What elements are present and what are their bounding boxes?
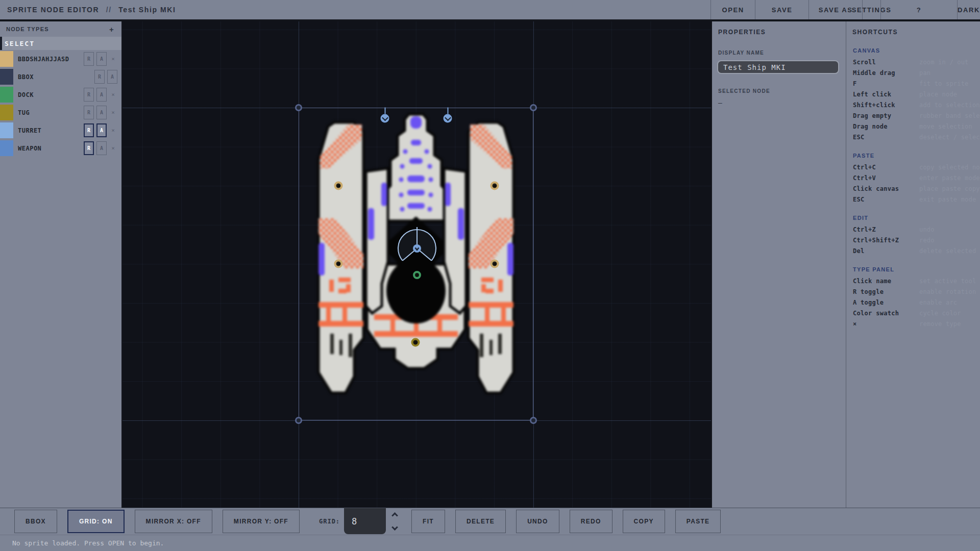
toolbar-button[interactable]: DELETE [455, 510, 506, 533]
node-type-name[interactable]: WEAPON [18, 145, 81, 152]
weapon-stem [447, 108, 448, 114]
selection-handle[interactable] [295, 417, 302, 424]
color-swatch[interactable] [0, 105, 13, 120]
toolbar-button[interactable]: COPY [623, 510, 665, 533]
arc-toggle-button[interactable]: A [107, 70, 117, 84]
topbar-button[interactable]: ? [880, 0, 957, 19]
mount-olive-node[interactable] [411, 338, 420, 347]
shortcut-key: ESC [853, 196, 919, 203]
toolbar-button[interactable]: MIRROR X: OFF [135, 510, 212, 533]
toolbar-button[interactable]: GRID: ON [67, 510, 125, 533]
shortcut-row: Drag empty rubber band select [853, 109, 980, 119]
selection-handle[interactable] [295, 104, 302, 111]
toolbar-button[interactable]: MIRROR Y: OFF [223, 510, 300, 533]
mount-tan-node[interactable] [334, 182, 343, 190]
shortcuts-panel: SHORTCUTS CANVAS Scroll zoom in / out [846, 21, 980, 508]
color-swatch[interactable] [0, 69, 13, 85]
rotation-toggle-button[interactable]: R [84, 88, 94, 102]
shortcut-key: Left click [853, 91, 919, 98]
toolbar-left-buttons: BBOX GRID: ON MIRROR X: OFF MIRROR Y: OF… [14, 510, 310, 533]
shortcut-section-title: TYPE PANEL [853, 266, 980, 272]
rotation-toggle-button[interactable]: R [94, 70, 105, 84]
arc-toggle-button[interactable]: A [96, 141, 107, 155]
color-swatch[interactable] [0, 140, 13, 156]
remove-type-button[interactable]: × [109, 106, 117, 119]
weapon-node[interactable] [444, 114, 452, 123]
app-title-text: SPRITE NODE EDITOR [7, 6, 99, 14]
remove-type-button[interactable]: × [109, 88, 117, 102]
mount-tan-node[interactable] [334, 260, 343, 268]
sidebar-item-select[interactable]: SELECT [0, 37, 121, 50]
toolbar-button[interactable]: PASTE [675, 510, 721, 533]
shortcut-action: enable rotation [919, 288, 976, 295]
arc-toggle-button[interactable]: A [96, 52, 107, 66]
color-swatch[interactable] [0, 87, 13, 103]
node-type-name[interactable]: DOCK [18, 91, 81, 98]
weapon-node[interactable] [381, 114, 389, 123]
shortcut-action: fit to sprite [919, 80, 969, 87]
shortcut-action: move selection [919, 123, 972, 130]
turret-node[interactable] [386, 218, 448, 279]
color-swatch[interactable] [0, 122, 13, 138]
topbar-button[interactable]: OPEN [710, 0, 755, 19]
rotation-toggle-button[interactable]: R [84, 123, 94, 137]
remove-type-button[interactable]: × [109, 141, 117, 155]
shortcut-row: ESC deselect / select none [853, 130, 980, 141]
shortcut-key: Ctrl+Z [853, 226, 919, 233]
weapon-stem [384, 108, 385, 114]
arrow-down-icon [382, 114, 388, 121]
topbar-button[interactable]: SAVE [755, 0, 808, 19]
stepper-up-icon[interactable] [391, 512, 398, 519]
toolbar-button[interactable]: FIT [411, 510, 445, 533]
rotation-toggle-button[interactable]: R [84, 141, 94, 155]
toolbar-button[interactable]: UNDO [516, 510, 559, 533]
rotation-toggle-button[interactable]: R [84, 52, 94, 66]
remove-type-button[interactable]: × [109, 52, 117, 66]
add-node-type-button[interactable]: + [109, 26, 114, 33]
shortcut-section-title: CANVAS [853, 47, 980, 54]
grid-size-input[interactable] [344, 508, 386, 534]
display-name-input[interactable] [717, 60, 839, 74]
shortcut-key: F [853, 80, 919, 87]
dock-node[interactable] [413, 271, 421, 279]
node-type-name[interactable]: TURRET [18, 127, 81, 134]
topbar-button[interactable]: DARK [957, 0, 980, 19]
shortcut-action: cycle color [919, 310, 961, 317]
topbar-button[interactable]: SETTINGS [862, 0, 880, 19]
shortcut-action: delete selected [919, 247, 976, 255]
mount-tan-node[interactable] [491, 260, 499, 268]
shortcut-row: Color swatch cycle color [853, 306, 980, 317]
selection-handle[interactable] [530, 417, 537, 424]
shortcut-row: Drag node move selection [853, 119, 980, 130]
color-swatch[interactable] [0, 51, 13, 67]
shortcut-key: Ctrl+Shift+Z [853, 237, 919, 244]
document-name: Test Ship MKI [118, 6, 176, 14]
sprite-canvas[interactable] [122, 21, 711, 508]
arc-toggle-button[interactable]: A [96, 106, 107, 119]
shortcut-key: Click name [853, 278, 919, 285]
node-type-name[interactable]: BBDSHJAHJJASD [18, 56, 81, 63]
rotation-toggle-button[interactable]: R [84, 106, 94, 119]
mount-tan-node[interactable] [491, 182, 499, 190]
toolbar-button[interactable]: REDO [570, 510, 612, 533]
toolbar-button[interactable]: BBOX [14, 510, 57, 533]
node-type-row: WEAPON R A × [0, 139, 121, 157]
arc-toggle-button[interactable]: A [96, 88, 107, 102]
display-name-label: DISPLAY NAME [718, 50, 846, 56]
stepper-down-icon[interactable] [391, 524, 398, 531]
remove-type-button[interactable]: × [109, 123, 117, 137]
statusbar: No sprite loaded. Press OPEN to begin. [0, 535, 980, 551]
shortcut-key: Scroll [853, 59, 919, 66]
shortcut-rows: Scroll zoom in / out Middle drag pan F [846, 55, 980, 141]
shortcut-key: Drag node [853, 123, 919, 130]
shortcut-rows: Ctrl+Z undo Ctrl+Shift+Z redo Del [846, 222, 980, 255]
shortcut-action: deselect / select none [919, 134, 980, 141]
selection-handle[interactable] [530, 104, 537, 111]
node-type-name[interactable]: BBOX [18, 73, 92, 81]
arc-toggle-button[interactable]: A [96, 123, 107, 137]
shortcut-row: Ctrl+Z undo [853, 222, 980, 233]
shortcut-action: pan [919, 69, 930, 77]
node-type-name[interactable]: TUG [18, 109, 81, 116]
shortcut-row: Scroll zoom in / out [853, 55, 980, 66]
shortcut-action: undo [919, 226, 935, 233]
